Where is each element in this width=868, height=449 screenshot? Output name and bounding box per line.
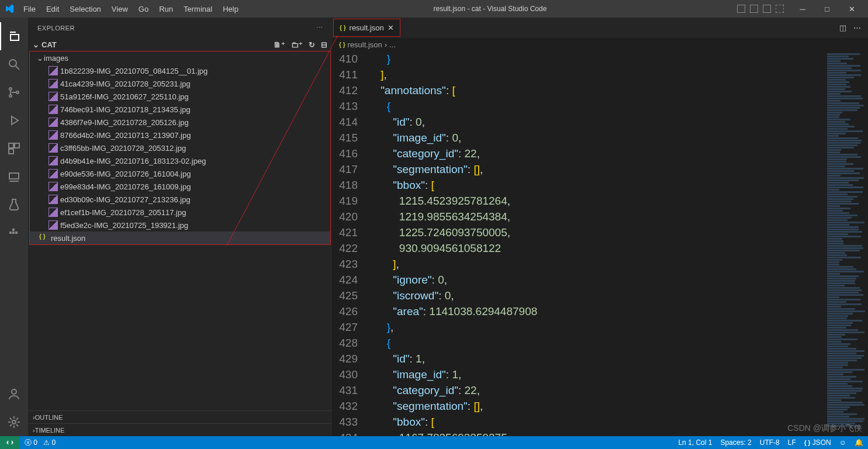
- file-tree: ⌄ images 1b822239-IMG_20210705_084125__0…: [29, 51, 331, 245]
- tree-file-row[interactable]: 746bec91-IMG_20210718_213435.jpg: [30, 103, 330, 116]
- tree-file-row[interactable]: f5ed3e2c-IMG_20210725_193921.jpg: [30, 219, 330, 232]
- file-label: 51a9126f-IMG_20210627_225110.jpg: [60, 92, 189, 101]
- maximize-button[interactable]: □: [815, 0, 839, 18]
- folder-header[interactable]: ⌄ CAT 🗎⁺ 🗀⁺ ↻ ⊟: [28, 38, 332, 51]
- tree-file-row[interactable]: d4b9b41e-IMG_20210716_183123-02.jpeg: [30, 154, 330, 167]
- more-actions-icon[interactable]: ⋯: [853, 23, 861, 32]
- debug-icon[interactable]: [0, 106, 28, 134]
- file-label: ed30b09c-IMG_20210727_213236.jpg: [60, 195, 191, 204]
- tree-file-row[interactable]: 41ca4239-IMG_20210728_205231.jpg: [30, 77, 330, 90]
- status-ln-col[interactable]: Ln 1, Col 1: [678, 438, 712, 447]
- menu-file[interactable]: File: [19, 2, 40, 16]
- tree-file-row[interactable]: 4386f7e9-IMG_20210728_205126.jpg: [30, 116, 330, 129]
- remote-indicator[interactable]: [0, 436, 20, 449]
- file-label: 4386f7e9-IMG_20210728_205126.jpg: [60, 118, 189, 127]
- image-file-icon: [49, 130, 58, 140]
- svg-rect-5: [9, 143, 13, 148]
- timeline-label: TIMELINE: [35, 427, 65, 434]
- status-feedback-icon[interactable]: ☺: [839, 438, 846, 447]
- menu-selection[interactable]: Selection: [65, 2, 105, 16]
- result-json-row[interactable]: { } result.json: [30, 232, 330, 244]
- code-content[interactable]: } ], "annotations": [ { "id": 0, "image_…: [368, 51, 826, 436]
- status-spaces[interactable]: Spaces: 2: [720, 438, 751, 447]
- extensions-icon[interactable]: [0, 134, 28, 163]
- new-file-icon[interactable]: 🗎⁺: [274, 40, 285, 49]
- source-control-icon[interactable]: [0, 78, 28, 106]
- layout-bottom-icon[interactable]: [750, 5, 758, 13]
- testing-icon[interactable]: [0, 191, 28, 219]
- explorer-more-icon[interactable]: ⋯: [316, 24, 323, 32]
- tree-file-row[interactable]: c3ff65bb-IMG_20210728_205312.jpg: [30, 141, 330, 154]
- layout-right-icon[interactable]: [763, 5, 771, 13]
- file-label: 8766d4b2-IMG_20210713_213907.jpg: [60, 131, 191, 140]
- menu-bar: File Edit Selection View Go Run Terminal…: [19, 2, 243, 16]
- image-file-icon: [49, 182, 58, 191]
- menu-run[interactable]: Run: [154, 2, 178, 16]
- explorer-header: EXPLORER ⋯: [28, 18, 332, 38]
- breadcrumb[interactable]: { } result.json › ...: [332, 38, 868, 51]
- breadcrumb-sep: ›: [385, 40, 387, 49]
- tab-result-json[interactable]: { } result.json ✕: [333, 19, 400, 37]
- explorer-icon[interactable]: [0, 22, 28, 50]
- svg-point-3: [9, 95, 12, 97]
- collapse-icon[interactable]: ⊟: [321, 40, 327, 49]
- status-warnings[interactable]: ⚠ 0: [43, 438, 56, 447]
- minimap[interactable]: [826, 51, 868, 436]
- breadcrumb-file: result.json: [348, 40, 382, 49]
- folder-label: images: [44, 54, 68, 63]
- tree-file-row[interactable]: 51a9126f-IMG_20210627_225110.jpg: [30, 90, 330, 103]
- status-lang[interactable]: { } JSON: [804, 438, 831, 447]
- file-label: f5ed3e2c-IMG_20210725_193921.jpg: [60, 221, 188, 230]
- refresh-icon[interactable]: ↻: [309, 40, 315, 49]
- timeline-section[interactable]: › TIMELINE: [28, 423, 332, 436]
- outline-label: OUTLINE: [35, 414, 63, 421]
- editor-body[interactable]: 4104114124134144154164174184194204214224…: [332, 51, 868, 436]
- new-folder-icon[interactable]: 🗀⁺: [291, 40, 303, 49]
- status-bell-icon[interactable]: 🔔: [855, 438, 863, 447]
- svg-point-4: [16, 91, 19, 94]
- file-label: e99e83d4-IMG_20210726_161009.jpg: [60, 182, 191, 191]
- svg-rect-12: [12, 229, 15, 231]
- file-label: 746bec91-IMG_20210718_213435.jpg: [60, 105, 191, 114]
- docker-icon[interactable]: [0, 219, 28, 247]
- settings-icon[interactable]: [0, 408, 28, 436]
- search-icon[interactable]: [0, 50, 28, 78]
- file-label: d4b9b41e-IMG_20210716_183123-02.jpeg: [60, 157, 206, 165]
- layout-left-icon[interactable]: [737, 5, 745, 13]
- status-eol[interactable]: LF: [788, 438, 796, 447]
- minimize-button[interactable]: ─: [791, 0, 814, 18]
- svg-rect-11: [12, 232, 15, 234]
- account-icon[interactable]: [0, 380, 28, 408]
- images-folder-row[interactable]: ⌄ images: [30, 51, 330, 64]
- status-errors[interactable]: ⓧ 0: [25, 438, 37, 448]
- tree-file-row[interactable]: e99e83d4-IMG_20210726_161009.jpg: [30, 180, 330, 193]
- tree-file-row[interactable]: ed30b09c-IMG_20210727_213236.jpg: [30, 193, 330, 206]
- outline-section[interactable]: › OUTLINE: [28, 410, 332, 423]
- image-file-icon: [49, 220, 58, 230]
- json-file-icon: { }: [340, 25, 346, 31]
- json-file-icon: { }: [339, 42, 345, 48]
- svg-point-0: [9, 60, 16, 67]
- menu-go[interactable]: Go: [134, 2, 153, 16]
- remote-icon[interactable]: [0, 163, 28, 191]
- menu-edit[interactable]: Edit: [42, 2, 64, 16]
- file-label: ef1cef1b-IMG_20210728_205117.jpg: [60, 208, 186, 217]
- close-icon[interactable]: ✕: [388, 23, 394, 32]
- menu-help[interactable]: Help: [218, 2, 243, 16]
- split-editor-icon[interactable]: ◫: [839, 23, 846, 32]
- tree-file-row[interactable]: e90de536-IMG_20210726_161004.jpg: [30, 167, 330, 180]
- image-file-icon: [49, 169, 58, 178]
- editor-area: { } result.json ✕ ◫ ⋯ { } result.json › …: [332, 18, 868, 436]
- status-encoding[interactable]: UTF-8: [760, 438, 780, 447]
- image-file-icon: [49, 143, 58, 153]
- svg-rect-13: [15, 232, 18, 234]
- tree-file-row[interactable]: 8766d4b2-IMG_20210713_213907.jpg: [30, 129, 330, 141]
- menu-view[interactable]: View: [107, 2, 133, 16]
- tree-file-row[interactable]: 1b822239-IMG_20210705_084125__01.jpg: [30, 64, 330, 77]
- layout-grid-icon[interactable]: [776, 5, 784, 13]
- menu-terminal[interactable]: Terminal: [179, 2, 217, 16]
- close-button[interactable]: ✕: [840, 0, 863, 18]
- tree-file-row[interactable]: ef1cef1b-IMG_20210728_205117.jpg: [30, 206, 330, 219]
- image-file-icon: [49, 208, 58, 217]
- svg-line-1: [16, 66, 19, 70]
